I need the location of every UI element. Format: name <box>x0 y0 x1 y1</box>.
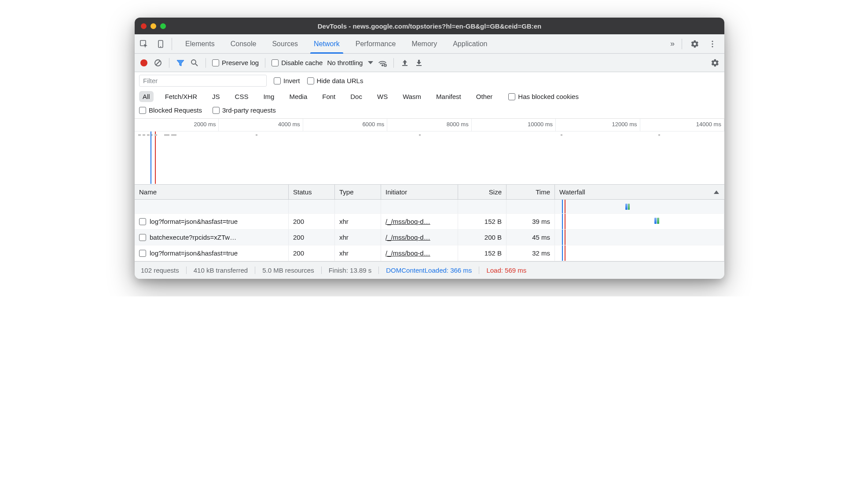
network-settings-gear-icon[interactable] <box>710 58 720 68</box>
inspect-element-icon[interactable] <box>139 39 149 49</box>
col-header-time[interactable]: Time <box>507 185 555 199</box>
row-checkbox[interactable] <box>139 234 146 241</box>
col-header-waterfall[interactable]: Waterfall <box>555 185 724 199</box>
search-icon[interactable] <box>190 58 199 68</box>
load-marker <box>155 131 156 184</box>
row-checkbox[interactable] <box>139 218 146 225</box>
col-header-status[interactable]: Status <box>289 185 335 199</box>
device-toolbar-icon[interactable] <box>156 39 165 49</box>
filter-panel: Invert Hide data URLs All Fetch/XHR JS C… <box>135 72 724 119</box>
sort-asc-icon <box>714 190 719 194</box>
svg-point-3 <box>712 40 713 42</box>
filter-type-wasm[interactable]: Wasm <box>399 91 425 102</box>
minimize-window-button[interactable] <box>151 23 156 29</box>
invert-checkbox[interactable]: Invert <box>274 77 300 84</box>
timeline-marks <box>138 134 176 136</box>
throttling-select[interactable]: No throttling <box>327 59 373 66</box>
filter-toggle-icon[interactable] <box>176 58 185 68</box>
disable-cache-checkbox[interactable]: Disable cache <box>272 59 323 66</box>
svg-line-9 <box>195 64 198 66</box>
filter-type-media[interactable]: Media <box>286 91 311 102</box>
status-requests: 102 requests <box>141 267 187 274</box>
requests-table-header: Name Status Type Initiator Size Time Wat… <box>135 185 724 200</box>
hide-data-urls-checkbox[interactable]: Hide data URLs <box>307 77 363 84</box>
filter-type-other[interactable]: Other <box>473 91 496 102</box>
filter-type-img[interactable]: Img <box>260 91 278 102</box>
svg-line-7 <box>156 61 160 65</box>
table-row[interactable]: log?format=json&hasfast=true 200 xhr /_/… <box>135 214 724 230</box>
blocked-requests-checkbox[interactable]: Blocked Requests <box>139 106 202 114</box>
network-overview-timeline[interactable]: 2000 ms 4000 ms 6000 ms 8000 ms 10000 ms… <box>135 119 724 185</box>
initiator-link[interactable]: /_/mss/boq-d… <box>385 234 430 241</box>
close-window-button[interactable] <box>141 23 147 29</box>
tab-network[interactable]: Network <box>306 34 348 53</box>
settings-gear-icon[interactable] <box>690 39 700 49</box>
filter-type-css[interactable]: CSS <box>231 91 252 102</box>
tab-console[interactable]: Console <box>223 34 264 53</box>
tab-application[interactable]: Application <box>445 34 495 53</box>
maximize-window-button[interactable] <box>160 23 166 29</box>
tab-performance[interactable]: Performance <box>348 34 404 53</box>
table-row[interactable] <box>135 200 724 214</box>
initiator-link[interactable]: /_/mss/boq-d… <box>385 218 430 225</box>
filter-type-font[interactable]: Font <box>319 91 339 102</box>
main-tabs-row: Elements Console Sources Network Perform… <box>135 34 724 54</box>
tab-sources[interactable]: Sources <box>264 34 306 53</box>
filter-type-ws[interactable]: WS <box>374 91 391 102</box>
upload-har-icon[interactable] <box>400 58 410 68</box>
more-tabs-icon[interactable]: » <box>668 39 682 49</box>
svg-point-8 <box>191 60 196 64</box>
filter-input[interactable] <box>139 75 267 87</box>
third-party-requests-checkbox[interactable]: 3rd-party requests <box>213 106 276 114</box>
filter-type-fetch-xhr[interactable]: Fetch/XHR <box>162 91 201 102</box>
svg-rect-12 <box>402 65 407 66</box>
svg-point-10 <box>382 65 383 66</box>
svg-point-4 <box>712 43 713 44</box>
network-toolbar: Preserve log Disable cache No throttling <box>135 54 724 72</box>
table-row[interactable]: log?format=json&hasfast=true 200 xhr /_/… <box>135 245 724 261</box>
chevron-down-icon <box>368 61 373 64</box>
status-bar: 102 requests 410 kB transferred 5.0 MB r… <box>135 261 724 279</box>
status-transferred: 410 kB transferred <box>187 267 255 274</box>
record-button[interactable] <box>139 58 149 68</box>
kebab-menu-icon[interactable] <box>708 39 717 49</box>
svg-point-5 <box>712 46 713 47</box>
traffic-lights <box>135 23 166 29</box>
svg-rect-13 <box>416 65 422 66</box>
col-header-type[interactable]: Type <box>335 185 381 199</box>
network-conditions-icon[interactable] <box>378 58 387 68</box>
filter-type-manifest[interactable]: Manifest <box>433 91 465 102</box>
initiator-link[interactable]: /_/mss/boq-d… <box>385 249 430 257</box>
window-title: DevTools - news.google.com/topstories?hl… <box>135 22 724 30</box>
download-har-icon[interactable] <box>414 58 424 68</box>
row-checkbox[interactable] <box>139 250 146 257</box>
status-finish: Finish: 13.89 s <box>322 267 379 274</box>
status-resources: 5.0 MB resources <box>255 267 322 274</box>
has-blocked-cookies-checkbox[interactable]: Has blocked cookies <box>508 93 579 100</box>
col-header-size[interactable]: Size <box>458 185 507 199</box>
status-domcontentloaded: DOMContentLoaded: 366 ms <box>379 267 479 274</box>
dcl-marker <box>151 131 151 184</box>
tab-memory[interactable]: Memory <box>404 34 445 53</box>
status-load: Load: 569 ms <box>479 267 533 274</box>
filter-type-js[interactable]: JS <box>209 91 224 102</box>
col-header-name[interactable]: Name <box>135 185 289 199</box>
preserve-log-checkbox[interactable]: Preserve log <box>212 59 259 66</box>
requests-table-body: log?format=json&hasfast=true 200 xhr /_/… <box>135 200 724 261</box>
tab-elements[interactable]: Elements <box>177 34 223 53</box>
devtools-window: DevTools - news.google.com/topstories?hl… <box>135 18 724 279</box>
filter-type-all[interactable]: All <box>139 91 154 102</box>
filter-type-doc[interactable]: Doc <box>347 91 366 102</box>
titlebar: DevTools - news.google.com/topstories?hl… <box>135 18 724 34</box>
table-row[interactable]: batchexecute?rpcids=xZTw… 200 xhr /_/mss… <box>135 230 724 245</box>
panel-tabs: Elements Console Sources Network Perform… <box>177 34 495 53</box>
clear-icon[interactable] <box>153 58 163 68</box>
col-header-initiator[interactable]: Initiator <box>381 185 458 199</box>
